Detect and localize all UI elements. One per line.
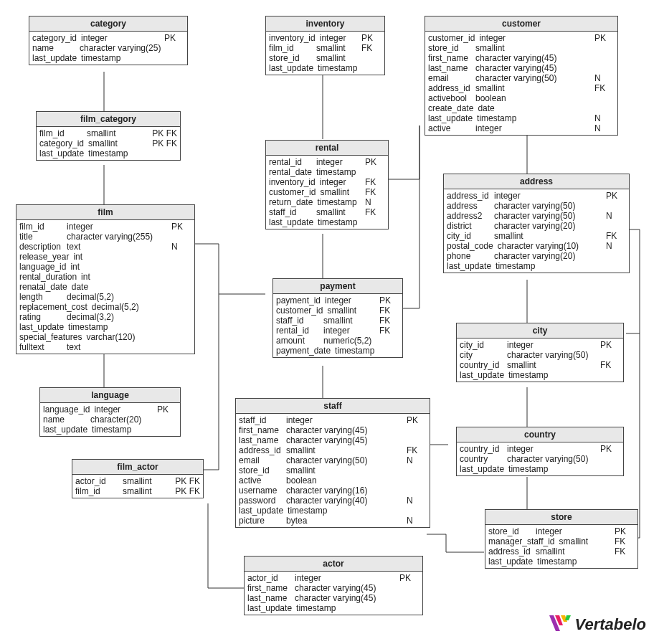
column-name: store_id (428, 43, 471, 53)
column-flags (596, 350, 620, 360)
column-type: timestamp (533, 557, 610, 567)
column-name: payment_id (276, 295, 321, 306)
column-row: activeboolean (239, 475, 427, 486)
column-name: username (239, 486, 282, 496)
table-title: film (16, 205, 194, 220)
column-flags (602, 221, 626, 231)
column-type: integer (490, 191, 602, 201)
column-row: first_namecharacter varying(45) (428, 53, 615, 63)
table-title: payment (273, 279, 402, 294)
column-row: film_idintegerPK (19, 222, 191, 232)
column-row: category_idintegerPK (32, 33, 184, 43)
column-flags: PK FK (171, 476, 200, 486)
column-row: return_datetimestampN (269, 197, 385, 207)
column-name: payment_date (276, 346, 331, 356)
column-type: smallint (555, 536, 610, 546)
column-type: character varying(50) (503, 454, 596, 464)
column-row: manager_staff_idsmallintFK (488, 536, 635, 546)
column-name: last_update (460, 370, 504, 380)
column-row: passwordcharacter varying(40)N (239, 496, 427, 506)
column-row: address_idsmallintFK (428, 83, 615, 93)
column-type: integer (312, 157, 361, 167)
column-name: last_update (43, 425, 87, 435)
table-customer: customer customer_idintegerPKstore_idsma… (425, 16, 618, 136)
column-row: store_idsmallint (239, 465, 427, 475)
column-name: film_id (19, 222, 62, 232)
column-flags: PK (596, 444, 620, 454)
column-flags (361, 217, 385, 227)
table-columns: store_idintegerPKmanager_staff_idsmallin… (485, 525, 637, 568)
table-language: language language_idintegerPKnamecharact… (39, 387, 181, 437)
column-flags: N (602, 211, 626, 221)
column-row: rental_durationint (19, 272, 191, 282)
column-row: fulltexttext (19, 342, 191, 352)
table-actor: actor actor_idintegerPKfirst_namecharact… (244, 556, 423, 615)
column-name: language_id (43, 404, 90, 415)
column-row: last_updatetimestamp (19, 322, 191, 332)
column-row: titlecharacter varying(255) (19, 232, 191, 242)
column-type: character varying(50) (503, 350, 596, 360)
column-flags: FK (375, 326, 399, 336)
column-type: character varying(45) (471, 53, 590, 63)
column-type: smallint (118, 486, 171, 496)
column-row: store_idsmallint (269, 53, 381, 63)
column-name: staff_id (269, 207, 312, 217)
logo-icon (549, 615, 571, 634)
column-row: special_featuresvarchar(120) (19, 332, 191, 342)
column-row: customer_idintegerPK (428, 33, 615, 43)
column-row: last_updatetimestamp (247, 603, 419, 613)
column-flags: N (402, 516, 427, 526)
column-name: last_update (39, 148, 84, 158)
column-type: integer (319, 326, 375, 336)
column-name: last_name (428, 63, 471, 73)
column-flags: N (590, 123, 615, 133)
column-name: customer_id (276, 306, 323, 316)
column-flags (590, 53, 615, 63)
column-type: integer (503, 340, 596, 350)
column-type: smallint (316, 187, 361, 197)
column-flags (590, 93, 615, 103)
column-name: store_id (239, 465, 282, 475)
column-row: last_updatetimestamp (239, 506, 427, 516)
column-flags: N (590, 73, 615, 83)
column-name: last_update (447, 261, 491, 271)
table-title: address (444, 174, 629, 189)
column-row: activeboolboolean (428, 93, 615, 103)
column-row: countrycharacter varying(50) (460, 454, 620, 464)
column-flags (402, 486, 427, 496)
column-flags: PK (375, 295, 399, 306)
column-flags: FK (596, 360, 620, 370)
svg-marker-3 (565, 615, 571, 620)
column-name: district (447, 221, 490, 231)
column-type: smallint (471, 43, 590, 53)
column-name: inventory_id (269, 33, 316, 43)
table-columns: rental_idintegerPKrental_datetimestampin… (266, 156, 388, 229)
column-flags (167, 292, 191, 302)
column-row: language_idintegerPK (43, 404, 177, 415)
table-title: staff (236, 399, 430, 414)
column-flags (590, 43, 615, 53)
table-country: country country_idintegerPKcountrycharac… (456, 427, 624, 476)
column-flags: PK (610, 526, 635, 536)
column-name: last_update (269, 63, 313, 73)
column-type: character varying(20) (490, 221, 602, 231)
table-category: category category_idintegerPKnamecharact… (29, 16, 188, 65)
column-type: character varying(50) (490, 201, 602, 211)
table-staff: staff staff_idintegerPKfirst_namecharact… (235, 398, 430, 528)
column-type: integer (531, 526, 610, 536)
column-row: last_updatetimestamp (43, 425, 177, 435)
column-type: integer (90, 404, 153, 415)
column-row: last_updatetimestamp (447, 261, 626, 271)
column-type: smallint (531, 546, 610, 557)
column-type: date (473, 103, 590, 113)
table-columns: customer_idintegerPKstore_idsmallintfirs… (425, 32, 617, 135)
column-flags (402, 465, 427, 475)
column-row: replacement_costdecimal(5,2) (19, 302, 191, 312)
column-name: category_id (39, 138, 84, 148)
column-flags (402, 425, 427, 435)
column-flags (395, 593, 419, 603)
table-columns: film_idsmallintPK FKcategory_idsmallintP… (37, 127, 180, 160)
table-payment: payment payment_idintegerPKcustomer_idsm… (272, 278, 403, 358)
column-name: replacement_cost (19, 302, 87, 312)
column-name: rating (19, 312, 62, 322)
